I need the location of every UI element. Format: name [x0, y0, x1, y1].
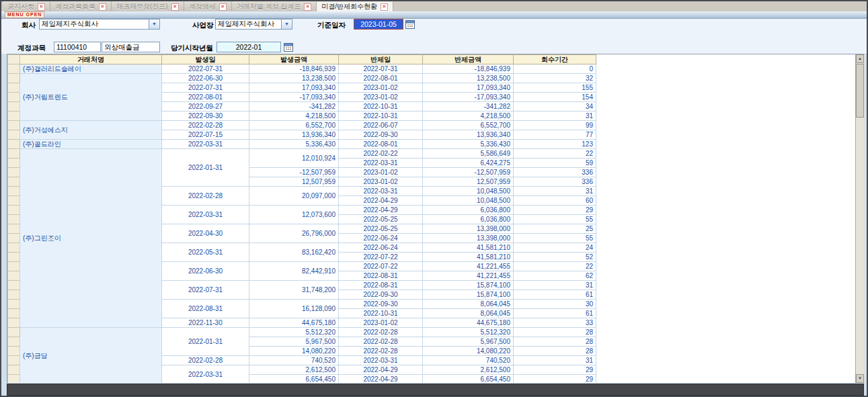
tab-6[interactable]: 미결/반제회수현황✕ [317, 1, 393, 11]
table-cell[interactable]: -17,093,340 [249, 93, 339, 102]
row-selector[interactable] [8, 121, 20, 130]
table-cell[interactable]: 2022-03-31 [162, 140, 249, 149]
table-cell[interactable]: 99 [514, 121, 596, 130]
table-cell[interactable]: 12,073,600 [249, 206, 339, 224]
table-cell[interactable]: (주)거성에스지 [20, 121, 162, 140]
table-cell[interactable]: 44,675,180 [249, 318, 339, 328]
table-cell[interactable]: 2022-05-25 [339, 215, 423, 224]
row-selector[interactable] [8, 337, 20, 347]
table-cell[interactable]: 12,010,924 [249, 149, 339, 168]
row-selector[interactable] [8, 83, 20, 93]
table-cell[interactable]: 20,097,000 [249, 187, 339, 206]
table-cell[interactable]: 34 [514, 102, 596, 112]
table-cell[interactable]: 2022-09-30 [339, 290, 423, 300]
table-cell[interactable]: 59 [514, 159, 596, 168]
table-cell[interactable]: -17,093,340 [423, 93, 514, 102]
table-cell[interactable]: 2,612,500 [423, 365, 514, 375]
row-selector[interactable] [8, 375, 20, 384]
table-cell[interactable]: -341,282 [249, 102, 339, 112]
table-cell[interactable]: 336 [514, 177, 596, 187]
table-cell[interactable]: 2022-04-29 [339, 206, 423, 215]
table-cell[interactable]: (주)그린조이 [20, 149, 162, 328]
table-cell[interactable]: 5,967,500 [423, 337, 514, 347]
table-cell[interactable]: 2022-01-31 [162, 149, 249, 187]
table-cell[interactable]: 41,581,210 [423, 253, 514, 262]
table-cell[interactable]: 31 [514, 187, 596, 196]
base-date-input[interactable]: 2023-01-05 [354, 19, 403, 30]
table-cell[interactable]: (주)거림트렌드 [20, 74, 162, 121]
table-cell[interactable]: 2022-09-27 [162, 102, 249, 112]
table-cell[interactable]: 4,218,500 [423, 112, 514, 121]
table-cell[interactable]: 2022-06-07 [339, 121, 423, 130]
row-selector[interactable] [8, 290, 20, 300]
table-cell[interactable]: 2022-03-31 [162, 365, 249, 384]
row-selector[interactable] [8, 159, 20, 168]
table-cell[interactable]: 154 [514, 93, 596, 102]
table-cell[interactable]: 24 [514, 243, 596, 253]
table-cell[interactable]: 123 [514, 140, 596, 149]
row-selector[interactable] [8, 102, 20, 112]
table-cell[interactable]: 336 [514, 168, 596, 177]
table-cell[interactable]: 2022-09-30 [339, 300, 423, 309]
table-cell[interactable]: -12,507,959 [423, 168, 514, 177]
table-cell[interactable]: 2022-03-31 [339, 187, 423, 196]
table-cell[interactable]: -18,846,939 [423, 64, 514, 74]
table-cell[interactable]: 2023-01-02 [339, 168, 423, 177]
table-cell[interactable]: 31 [514, 112, 596, 121]
select-all-corner[interactable] [8, 55, 20, 64]
tab-3[interactable]: 채권채무장(전표)✕ [112, 1, 184, 11]
table-cell[interactable]: 29 [514, 206, 596, 215]
row-selector[interactable] [8, 215, 20, 224]
table-cell[interactable]: 6,654,450 [423, 375, 514, 384]
table-cell[interactable]: 12,507,959 [423, 177, 514, 187]
table-cell[interactable]: 13,238,500 [423, 74, 514, 83]
table-cell[interactable]: 5,967,500 [249, 337, 339, 347]
table-cell[interactable]: 2022-02-28 [162, 356, 249, 365]
table-cell[interactable]: 5,336,430 [249, 140, 339, 149]
table-cell[interactable]: 2022-02-28 [162, 121, 249, 130]
scroll-up-icon[interactable]: ▲ [856, 54, 864, 63]
table-cell[interactable]: 0 [514, 64, 596, 74]
table-cell[interactable]: 55 [514, 234, 596, 243]
scrollbar-thumb[interactable] [856, 64, 864, 118]
table-cell[interactable]: 22 [514, 262, 596, 271]
table-cell[interactable]: 83,162,420 [249, 243, 339, 262]
table-cell[interactable]: 2022-08-01 [339, 74, 423, 83]
tab-close-icon[interactable]: ✕ [381, 3, 388, 11]
table-cell[interactable]: -12,507,959 [249, 168, 339, 177]
row-selector[interactable] [8, 328, 20, 337]
table-cell[interactable]: 2022-08-01 [162, 93, 249, 102]
row-selector[interactable] [8, 112, 20, 121]
table-cell[interactable]: 6,654,450 [249, 375, 339, 384]
row-selector[interactable] [8, 196, 20, 206]
table-cell[interactable]: 28 [514, 337, 596, 347]
table-cell[interactable]: 15,874,100 [423, 281, 514, 290]
table-cell[interactable]: 2022-07-22 [339, 262, 423, 271]
row-selector[interactable] [8, 318, 20, 328]
table-cell[interactable]: 60 [514, 196, 596, 206]
table-cell[interactable]: 2022-01-31 [162, 328, 249, 356]
table-cell[interactable]: 2023-01-02 [339, 93, 423, 102]
table-cell[interactable]: 2022-02-28 [162, 187, 249, 206]
table-cell[interactable]: 2022-02-28 [339, 337, 423, 347]
site-select[interactable]: 제일제지주식회사 ▼ [215, 19, 292, 30]
table-cell[interactable]: 28 [514, 328, 596, 337]
table-cell[interactable]: 5,336,430 [423, 140, 514, 149]
table-cell[interactable]: 25 [514, 224, 596, 234]
table-cell[interactable]: 2022-05-31 [162, 243, 249, 262]
table-cell[interactable]: 2022-06-30 [162, 74, 249, 83]
table-cell[interactable]: 5,586,649 [423, 149, 514, 159]
table-cell[interactable]: 13,398,000 [423, 224, 514, 234]
tab-close-icon[interactable]: ✕ [219, 3, 227, 11]
calendar-icon[interactable] [284, 42, 293, 52]
column-header[interactable]: 발생금액 [249, 55, 339, 64]
table-cell[interactable]: 41,581,210 [423, 243, 514, 253]
table-cell[interactable]: 2023-01-02 [339, 318, 423, 328]
table-cell[interactable]: 41,221,455 [423, 271, 514, 281]
table-cell[interactable]: 41,221,455 [423, 262, 514, 271]
table-cell[interactable]: 6,424,275 [423, 159, 514, 168]
table-cell[interactable]: (주)금담 [20, 328, 162, 384]
start-month-input[interactable]: 2022-01 [216, 42, 281, 52]
table-cell[interactable]: 13,936,340 [249, 130, 339, 140]
chevron-down-icon[interactable]: ▼ [281, 19, 292, 29]
